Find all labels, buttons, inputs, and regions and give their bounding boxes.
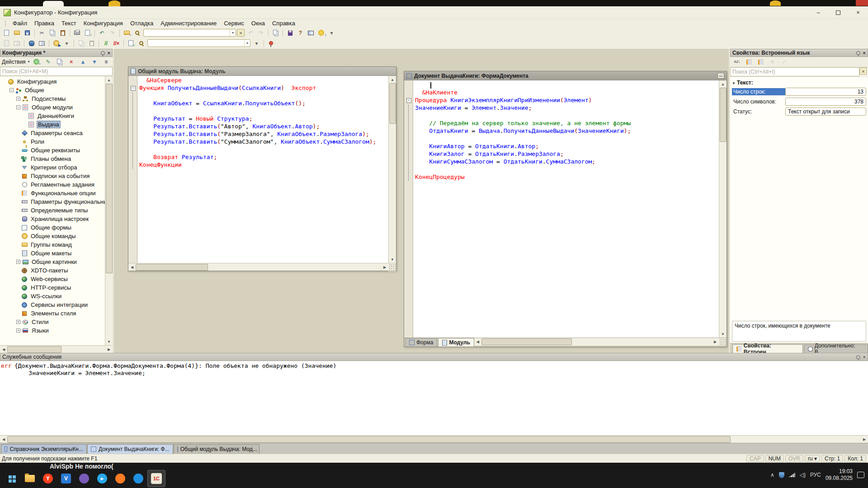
add-bookmark-button[interactable] — [266, 39, 276, 48]
pin-icon[interactable] — [856, 51, 860, 55]
module-code-area[interactable]: &НаСервереФункция ПолучитьДанныеВыдачи(С… — [128, 76, 388, 263]
yandex-browser-taskbar-button[interactable]: Y — [39, 470, 57, 487]
procedure-search-button[interactable] — [136, 39, 146, 48]
resize-grip[interactable] — [388, 263, 396, 271]
code-line[interactable]: ОтдатьКниги = Выдача.ПолучитьДанныеВыдач… — [404, 127, 719, 135]
info-button[interactable]: i — [316, 28, 326, 38]
code-line[interactable] — [404, 81, 719, 89]
media-app-taskbar-button[interactable] — [111, 470, 129, 487]
close-icon[interactable]: × — [863, 51, 866, 56]
code-line[interactable] — [404, 135, 719, 143]
expand-icon[interactable]: + — [16, 260, 20, 264]
tree-item[interactable]: Выдача — [0, 120, 105, 129]
procedures-combo[interactable]: ▾ — [147, 39, 250, 47]
syntax-assistant-button[interactable]: ? — [295, 28, 306, 38]
input-language-indicator[interactable]: РУС — [810, 472, 821, 478]
copy-fragment-button[interactable] — [270, 28, 281, 38]
code-line[interactable]: ЗначениеКниги = Элемент.Значение; — [404, 104, 719, 112]
copy-button[interactable] — [47, 28, 57, 38]
code-line[interactable]: КонецПроцедуры — [404, 174, 719, 181]
form-editor-titlebar[interactable]: Документ ВыдачаКниги: ФормаДокумента — — [404, 71, 726, 80]
module-editor-titlebar[interactable]: Общий модуль Выдача: Модуль — [128, 67, 396, 76]
scroll-down-icon[interactable]: ▼ — [719, 330, 726, 338]
tree-item[interactable]: +Подсистемы — [0, 94, 105, 103]
move-down-button[interactable]: ▼ — [90, 57, 99, 66]
module-editor-window[interactable]: Общий модуль Выдача: Модуль &НаСервереФу… — [128, 66, 396, 271]
editor-vertical-scrollbar[interactable]: ▲ ▼ — [388, 76, 396, 263]
tree-item[interactable]: Роли — [0, 137, 105, 146]
chevron-down-icon[interactable]: ▾ — [230, 29, 236, 36]
start-debugging-button[interactable]: ▶ — [51, 39, 61, 48]
print-preview-button[interactable]: ∘ — [82, 28, 93, 38]
message-line[interactable]: err{Документ.ВыдачаКниги.Форма.ФормаДоку… — [1, 362, 867, 370]
notification-center-icon[interactable] — [857, 472, 864, 478]
tab-forma[interactable]: Форма — [405, 338, 437, 347]
code-editor-taskbar-button[interactable]: V — [57, 470, 75, 487]
apply-changes-button[interactable]: ✓ — [779, 57, 789, 66]
resize-grip[interactable] — [719, 338, 726, 346]
code-line[interactable]: КнигиСуммаСЗалогом = ОтдатьКниги.СуммаСЗ… — [404, 158, 719, 166]
chevron-down-icon[interactable]: ▾ — [244, 40, 250, 47]
scrollbar-thumb[interactable] — [7, 346, 61, 353]
section-text[interactable]: ▼Текст: — [732, 80, 866, 86]
tree-item[interactable]: Сервисы интеграции — [0, 300, 105, 309]
code-line[interactable] — [128, 108, 388, 115]
help-book-button[interactable] — [306, 28, 316, 38]
editor-vertical-scrollbar[interactable]: ▲ ▼ — [719, 80, 726, 338]
redo-button[interactable]: ↷ — [107, 28, 118, 38]
uncomment-block-button[interactable]: //× — [111, 39, 122, 48]
find-in-files-button[interactable]: ∘ — [122, 28, 132, 38]
code-line[interactable]: &НаКлиенте — [404, 89, 719, 97]
scroll-right-icon[interactable]: ▶ — [105, 346, 113, 353]
scroll-right-icon[interactable]: ▶ — [861, 436, 868, 443]
tree-item[interactable]: −Общие модули — [0, 103, 105, 112]
collapse-icon[interactable]: − — [9, 88, 14, 92]
tree-item[interactable]: −Общие — [0, 86, 105, 94]
tree-item[interactable]: Web-сервисы — [0, 275, 105, 283]
paste-button[interactable] — [57, 28, 68, 38]
code-line[interactable]: Функция ПолучитьДанныеВыдачи(СсылкаКниги… — [128, 84, 388, 92]
hidden-icons-chevron[interactable]: ∧ — [770, 472, 774, 478]
move-up-button[interactable]: ▲ — [78, 57, 88, 66]
delete-button[interactable]: × — [66, 57, 76, 66]
scroll-down-icon[interactable]: ▼ — [105, 338, 113, 345]
nav-forward-button[interactable]: ↷ — [256, 28, 266, 38]
tab-additional[interactable]: Дополнительно: В... — [804, 344, 868, 353]
tree-item[interactable]: ДанныеКниги — [0, 112, 105, 120]
property-value[interactable]: 13 — [785, 88, 866, 96]
scrollbar-thumb[interactable] — [7, 436, 731, 443]
clear-search-button[interactable]: × — [237, 29, 245, 37]
code-line[interactable]: Результат = Новый Структура; — [128, 115, 388, 123]
scroll-down-icon[interactable]: ▼ — [389, 256, 396, 263]
show-categories-button[interactable] — [744, 57, 754, 66]
search-combo-input[interactable] — [144, 30, 230, 36]
tree-item[interactable]: Хранилища настроек — [0, 215, 105, 223]
pin-icon[interactable] — [856, 355, 860, 359]
code-line[interactable]: Процедура КнигиЭкземплярКнигиПриИзменени… — [404, 97, 719, 104]
window-tab-catalog[interactable]: Справочник ЭкземплярыКн... — [1, 444, 87, 454]
close-icon[interactable]: × — [863, 355, 866, 360]
sort-alphabetical-button[interactable]: AZ↓ — [732, 57, 742, 66]
tree-horizontal-scrollbar[interactable]: ◀ ▶ — [0, 345, 113, 353]
chat-app-taskbar-button[interactable] — [75, 470, 93, 487]
scroll-up-icon[interactable]: ▲ — [105, 76, 113, 84]
property-label[interactable]: Статус: — [732, 108, 785, 115]
collapse-toggle-icon[interactable] — [404, 97, 413, 104]
tree-vertical-scrollbar[interactable]: ▲ ▼ — [105, 76, 113, 345]
collapse-icon[interactable]: − — [16, 105, 20, 109]
properties-search-input[interactable] — [730, 67, 859, 76]
tree-item[interactable]: Определяемые типы — [0, 206, 105, 215]
edit-button[interactable]: ✎ — [43, 57, 53, 66]
expand-icon[interactable]: + — [16, 328, 20, 333]
clock[interactable]: 19:03 09.08.2025 — [826, 468, 853, 482]
save-button[interactable] — [22, 28, 33, 38]
message-line[interactable]: ЗначениеКниги = Элемент.Значение; — [1, 370, 867, 377]
property-value[interactable]: Текст открыт для записи — [785, 108, 866, 116]
scroll-right-icon[interactable]: ▶ — [712, 338, 719, 345]
menu-сервис[interactable]: Сервис — [221, 19, 247, 27]
tree-item[interactable]: Конфигурация — [0, 77, 105, 86]
code-line[interactable]: КнигиЗалог = ОтдатьКниги.РазмерЗалога; — [404, 150, 719, 158]
nav-back-button[interactable]: ↶ — [245, 28, 256, 38]
menu-отладка[interactable]: Отладка — [127, 19, 156, 27]
1c-configurator-taskbar-button[interactable]: 1С — [147, 470, 165, 487]
